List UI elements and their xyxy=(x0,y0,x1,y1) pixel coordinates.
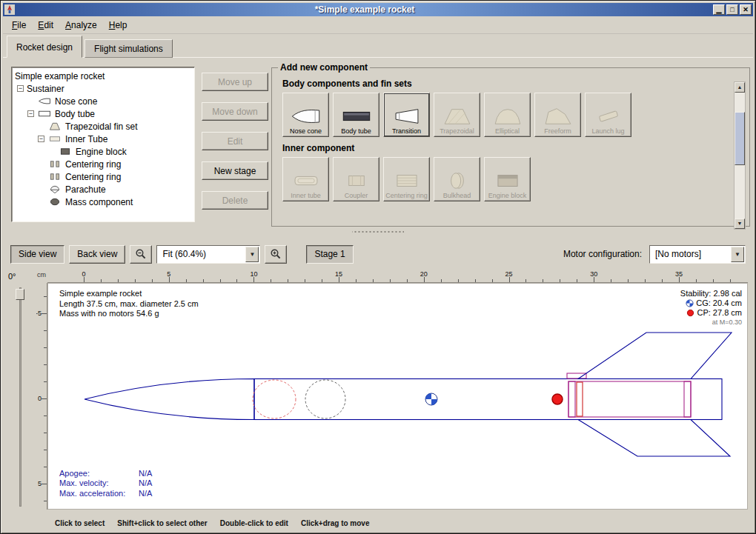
status-hint-click-drag-to-move: Click+drag to move xyxy=(301,519,370,527)
cp-value: CP: 27.8 cm xyxy=(697,308,742,318)
statusbar: Click to selectShift+click to select oth… xyxy=(3,515,753,531)
add-centering-ring-button[interactable]: Centering ring xyxy=(383,157,430,201)
minimize-button[interactable]: ▁ xyxy=(713,4,725,15)
add-transition-button[interactable]: Transition xyxy=(383,93,430,137)
ruler-tick xyxy=(236,279,237,282)
status-hint-shift-click-to-select-other: Shift+click to select other xyxy=(117,519,207,527)
scroll-down-icon[interactable]: ▼ xyxy=(735,218,745,229)
add-body-tube-button[interactable]: Body tube xyxy=(333,93,379,137)
zoom-select[interactable]: Fit (60.4%) ▼ xyxy=(156,245,260,264)
slider-handle[interactable] xyxy=(16,289,24,300)
menu-file[interactable]: File xyxy=(6,17,32,33)
ruler-tick xyxy=(44,467,47,467)
tree-expander-icon[interactable]: − xyxy=(17,85,24,92)
add-inner-tube-button[interactable]: Inner tube xyxy=(282,157,329,201)
new-stage-button[interactable]: New stage xyxy=(202,161,268,180)
section-label-inner-component: Inner component xyxy=(282,143,743,153)
flight-stats: Apogee:N/A Max. velocity:N/A Max. accele… xyxy=(59,469,152,499)
tree-item-engine-block[interactable]: Engine block xyxy=(13,145,193,158)
add-nose-cone-button[interactable]: Nose cone xyxy=(282,93,329,137)
tree-item-body-tube[interactable]: −Body tube xyxy=(13,107,193,120)
tree-item-centering-ring[interactable]: Centering ring xyxy=(13,170,193,183)
rocket-view-area: 0° cm 05101520253035 -505 xyxy=(3,268,755,514)
ruler-tick xyxy=(577,279,577,282)
tree-item-mass-component[interactable]: Mass component xyxy=(13,196,193,208)
tree-item-label: Simple example rocket xyxy=(15,71,105,81)
rocket-canvas[interactable]: Simple example rocket Length 37.5 cm, ma… xyxy=(47,283,748,510)
tree-item-sustainer[interactable]: −Sustainer xyxy=(13,82,193,95)
apogee-label: Apogee: xyxy=(59,469,139,479)
freeform-icon xyxy=(541,106,575,127)
centeringring-icon xyxy=(47,172,62,181)
tree-item-trapezoidal-fin-set[interactable]: Trapezoidal fin set xyxy=(13,120,193,133)
add-coupler-button[interactable]: Coupler xyxy=(333,157,379,201)
ruler-tick xyxy=(713,279,714,282)
titlebar[interactable]: *Simple example rocket ▁ □ ✕ xyxy=(3,3,753,16)
edit-button[interactable]: Edit xyxy=(202,132,268,150)
scrollbar-thumb[interactable] xyxy=(735,112,745,165)
tree-expander-icon[interactable]: − xyxy=(38,136,44,142)
tree-item-inner-tube[interactable]: −Inner Tube xyxy=(13,133,193,145)
tree-item-centering-ring[interactable]: Centering ring xyxy=(13,158,193,170)
ruler-tick xyxy=(441,279,442,282)
elliptical-icon xyxy=(491,106,525,127)
tree-item-label: Inner Tube xyxy=(65,134,107,144)
chevron-down-icon[interactable]: ▼ xyxy=(245,247,259,262)
tree-item-nose-cone[interactable]: Nose cone xyxy=(13,95,193,107)
rotation-slider[interactable] xyxy=(16,287,24,507)
mass-icon xyxy=(47,197,62,207)
menu-analyze[interactable]: Analyze xyxy=(59,17,103,33)
ruler-tick xyxy=(135,279,136,282)
ruler-tick xyxy=(152,279,153,282)
tree-item-parachute[interactable]: Parachute xyxy=(13,183,193,196)
component-tree[interactable]: Simple example rocket−SustainerNose cone… xyxy=(11,67,195,222)
ruler-label: 35 xyxy=(675,270,683,278)
parachute-icon xyxy=(47,184,62,194)
tree-expander-icon[interactable]: − xyxy=(27,110,34,117)
zoom-in-button[interactable] xyxy=(265,245,287,264)
max-velocity-label: Max. velocity: xyxy=(59,478,139,489)
delete-button[interactable]: Delete xyxy=(202,191,268,210)
move-down-button[interactable]: Move down xyxy=(202,102,268,121)
add-engine-block-button[interactable]: Engine block xyxy=(484,157,531,201)
status-hint-double-click-to-edit: Double-click to edit xyxy=(220,519,288,527)
ruler-label: 0 xyxy=(38,395,42,402)
ruler-tick xyxy=(458,279,459,282)
back-view-button[interactable]: Back view xyxy=(69,245,125,264)
side-view-button[interactable]: Side view xyxy=(10,245,64,264)
tree-item-label: Engine block xyxy=(76,147,127,157)
window-title: *Simple example rocket xyxy=(18,4,712,15)
ruler-tick xyxy=(560,279,560,282)
component-button-label: Trapezoidal xyxy=(440,128,474,135)
splitter-handle[interactable] xyxy=(352,228,404,236)
add-freeform-button[interactable]: Freeform xyxy=(534,93,581,137)
add-trapezoidal-button[interactable]: Trapezoidal xyxy=(434,93,480,137)
ruler-tick xyxy=(662,279,663,282)
ruler-tick xyxy=(525,279,526,282)
add-elliptical-button[interactable]: Elliptical xyxy=(484,93,531,137)
ruler-tick xyxy=(645,279,646,282)
chevron-down-icon[interactable]: ▼ xyxy=(731,247,744,262)
add-launch-lug-button[interactable]: Launch lug xyxy=(585,93,631,137)
menu-help[interactable]: Help xyxy=(103,17,133,33)
add-panel-scrollbar[interactable]: ▲ ▼ xyxy=(734,81,746,230)
nosecone-icon xyxy=(289,106,323,127)
tab-rocket-design[interactable]: Rocket design xyxy=(7,36,82,58)
tab-flight-simulations[interactable]: Flight simulations xyxy=(84,39,173,58)
ruler-label: 20 xyxy=(420,270,428,278)
close-button[interactable]: ✕ xyxy=(740,4,752,15)
add-bulkhead-button[interactable]: Bulkhead xyxy=(434,157,480,201)
move-up-button[interactable]: Move up xyxy=(202,73,268,91)
ruler-label: 30 xyxy=(590,270,597,278)
component-button-row: Inner tubeCouplerCentering ringBulkheadE… xyxy=(282,157,743,201)
zoom-out-button[interactable] xyxy=(130,245,152,264)
stage-1-toggle[interactable]: Stage 1 xyxy=(306,245,353,264)
motor-configuration-select[interactable]: [No motors] ▼ xyxy=(649,245,746,264)
menu-edit[interactable]: Edit xyxy=(32,17,59,33)
stability-value: Stability: 2.98 cal xyxy=(680,289,742,298)
tree-item-simple-example-rocket[interactable]: Simple example rocket xyxy=(13,70,193,82)
max-acceleration-label: Max. acceleration: xyxy=(59,489,139,499)
scroll-up-icon[interactable]: ▲ xyxy=(735,82,745,93)
maximize-button[interactable]: □ xyxy=(726,4,738,15)
bodytube-icon xyxy=(339,106,374,127)
